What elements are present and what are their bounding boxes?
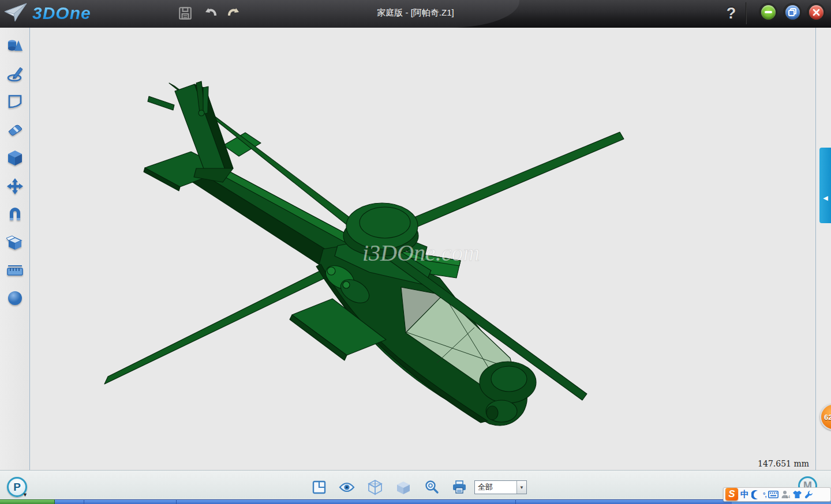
svg-text:14: 14 <box>786 495 790 499</box>
profile-dropdown-arrow[interactable]: ▼ <box>23 492 28 498</box>
sidebar-tool-basic-edit-move[interactable] <box>6 177 24 195</box>
minimize-button[interactable] <box>759 3 777 21</box>
filter-dropdown-arrow-icon: ▼ <box>519 485 524 490</box>
zoom-button[interactable] <box>423 479 440 496</box>
taskbar-divider <box>84 499 84 504</box>
right-edge-strip: ◀ 62 <box>815 28 831 470</box>
restore-icon <box>785 5 800 20</box>
sketch-pencil-icon <box>6 65 24 82</box>
ime-user-icon[interactable]: 14 <box>781 490 790 499</box>
move-arrows-icon <box>6 178 24 195</box>
sidebar-tool-sketch[interactable] <box>6 65 24 83</box>
ime-keyboard-icon[interactable] <box>768 491 778 498</box>
eraser-icon <box>6 122 24 137</box>
sidebar-tool-special-edit[interactable] <box>6 121 24 139</box>
magnet-icon <box>7 206 23 223</box>
sidebar-tool-material-render[interactable] <box>6 289 24 307</box>
eye-icon <box>339 482 355 493</box>
cube-icon <box>7 149 23 167</box>
ruler-icon <box>6 264 24 277</box>
sogou-logo-icon[interactable]: S <box>725 488 738 501</box>
minimize-icon <box>761 5 776 20</box>
taskbar-start-segment[interactable] <box>0 499 55 504</box>
sidebar-tool-basic-solids[interactable] <box>6 37 24 55</box>
model-apache-helicopter[interactable]: i3DOne.com <box>31 28 815 470</box>
print-button[interactable] <box>451 479 468 496</box>
watermark-text: i3DOne.com <box>362 240 480 266</box>
material-sphere-icon <box>7 290 23 306</box>
sidebar-tool-measure[interactable] <box>6 261 24 280</box>
ime-punctuation-toggle[interactable]: °, <box>763 491 766 498</box>
basic-solids-icon <box>6 38 24 54</box>
printer-icon <box>452 480 467 494</box>
open-box-icon <box>6 235 24 251</box>
view-layout-button[interactable] <box>310 479 328 496</box>
bottom-status-bar: P ▼ <box>0 470 831 499</box>
community-badge[interactable]: 62 <box>820 404 831 430</box>
badge-count: 62 <box>824 413 831 422</box>
taskbar-main-segment[interactable] <box>55 499 732 504</box>
filter-dropdown-button[interactable]: ▼ <box>516 481 526 494</box>
modeling-viewport[interactable]: i3DOne.com 147.651 mm <box>31 28 815 470</box>
ime-settings-wrench-icon[interactable] <box>804 490 813 499</box>
ime-fullhalf-moon-icon[interactable] <box>751 490 761 499</box>
profile-letter: P <box>13 481 21 494</box>
sidebar-tool-assembly[interactable] <box>6 234 24 252</box>
panel-expand-arrow-icon: ◀ <box>823 194 828 202</box>
ime-language-toggle[interactable]: 中 <box>740 489 749 500</box>
sidebar-tool-edit-sketch[interactable] <box>6 92 24 111</box>
help-button[interactable]: ? <box>723 2 740 24</box>
view-layout-icon <box>312 480 326 494</box>
magnifier-icon <box>424 480 439 495</box>
collapsed-panel-tab[interactable]: ◀ <box>819 148 831 223</box>
wireframe-cube-icon <box>368 479 383 495</box>
measurement-readout: 147.651 mm <box>758 459 809 468</box>
taskbar-divider <box>176 499 177 504</box>
ime-toolbar: S 中 °, 14 <box>723 487 831 502</box>
ime-skin-tshirt-icon[interactable] <box>792 490 802 499</box>
3done-application-window: 3DOne 家庭版 - [阿帕奇.Z1] ? <box>0 0 831 504</box>
edit-sketch-icon <box>7 93 23 110</box>
os-taskbar-sliver[interactable] <box>0 499 831 504</box>
taskbar-divider <box>515 499 516 504</box>
left-tool-sidebar <box>0 28 30 470</box>
document-title: 家庭版 - [阿帕奇.Z1] <box>0 0 831 25</box>
close-icon <box>809 5 823 20</box>
title-bar: 3DOne 家庭版 - [阿帕奇.Z1] ? <box>0 0 831 28</box>
selection-filter-combobox[interactable]: 全部 ▼ <box>474 480 527 494</box>
shaded-cube-icon <box>396 480 411 495</box>
filter-selected-value: 全部 <box>475 481 516 494</box>
restore-button[interactable] <box>783 3 802 21</box>
sidebar-tool-feature-modeling[interactable] <box>6 149 24 167</box>
sidebar-tool-magnet-constraints[interactable] <box>6 205 24 224</box>
visibility-button[interactable] <box>338 479 355 496</box>
shaded-display-button[interactable] <box>395 479 412 496</box>
close-button[interactable] <box>807 3 825 21</box>
wireframe-display-button[interactable] <box>366 479 384 496</box>
titlebar-separator <box>746 2 747 24</box>
